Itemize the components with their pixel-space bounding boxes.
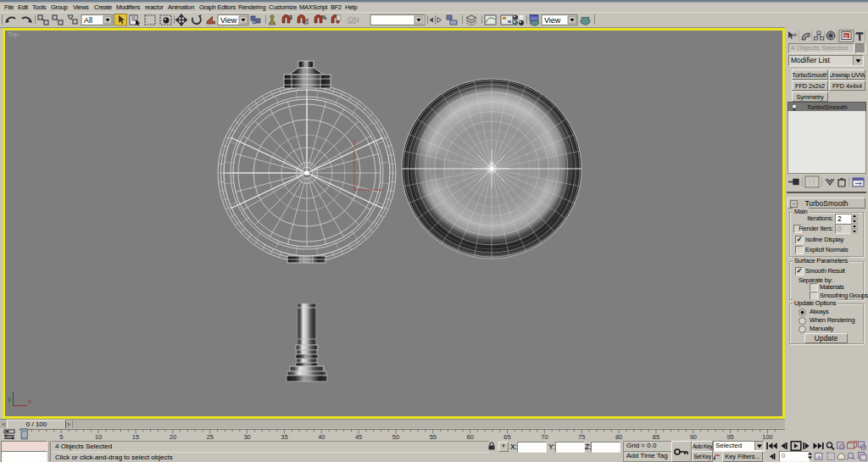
svg-text:35: 35 <box>281 433 287 440</box>
svg-text:10: 10 <box>95 433 102 440</box>
svg-text:40: 40 <box>318 433 325 440</box>
svg-text:80: 80 <box>615 433 622 440</box>
svg-text:0: 0 <box>22 431 26 438</box>
svg-text:90: 90 <box>690 433 697 440</box>
svg-text:15: 15 <box>132 433 139 440</box>
svg-text:View: View <box>220 16 237 25</box>
svg-text:y: y <box>8 395 11 403</box>
svg-text:55: 55 <box>430 433 437 440</box>
svg-text:20: 20 <box>170 433 176 440</box>
svg-text:25: 25 <box>207 433 214 440</box>
svg-text:%: % <box>321 14 327 20</box>
svg-text:60: 60 <box>467 433 474 440</box>
svg-text:85: 85 <box>653 433 659 440</box>
svg-text:65: 65 <box>504 433 510 440</box>
svg-text:D: D <box>844 34 848 39</box>
svg-text:30: 30 <box>243 433 250 440</box>
svg-text:45: 45 <box>355 433 362 440</box>
svg-text:70: 70 <box>541 433 548 440</box>
svg-text:View: View <box>544 16 561 25</box>
svg-text:All: All <box>84 16 92 25</box>
svg-text:95: 95 <box>726 433 733 440</box>
svg-text:75: 75 <box>578 433 585 440</box>
svg-text:3: 3 <box>289 14 292 20</box>
svg-text:50: 50 <box>392 433 399 440</box>
svg-text:5: 5 <box>59 433 63 440</box>
svg-text:x: x <box>28 398 31 405</box>
svg-text:100: 100 <box>762 433 773 440</box>
